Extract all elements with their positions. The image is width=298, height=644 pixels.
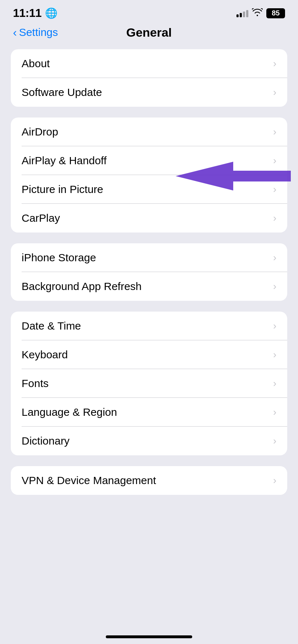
settings-card-3: iPhone Storage › Background App Refresh …	[11, 243, 287, 301]
date-time-chevron-icon: ›	[273, 320, 276, 332]
dictionary-chevron-icon: ›	[273, 435, 276, 447]
settings-row-dictionary[interactable]: Dictionary ›	[11, 427, 287, 455]
airdrop-chevron-icon: ›	[273, 126, 276, 138]
signal-bars-icon	[236, 9, 248, 17]
settings-card-4: Date & Time › Keyboard › Fonts › Languag…	[11, 312, 287, 455]
globe-icon: 🌐	[45, 7, 58, 19]
about-chevron-icon: ›	[273, 58, 276, 69]
language-region-label: Language & Region	[22, 406, 117, 418]
settings-row-language-region[interactable]: Language & Region ›	[11, 398, 287, 427]
settings-card-5: VPN & Device Management ›	[11, 466, 287, 495]
settings-group-3: iPhone Storage › Background App Refresh …	[11, 243, 287, 301]
software-update-label: Software Update	[22, 86, 102, 98]
carplay-label: CarPlay	[22, 212, 60, 224]
vpn-device-management-chevron-icon: ›	[273, 475, 276, 486]
back-label[interactable]: Settings	[19, 26, 58, 38]
background-app-refresh-chevron-icon: ›	[273, 281, 276, 292]
settings-card-2: AirDrop › AirPlay & Handoff › Picture in…	[11, 118, 287, 233]
status-icons: 85	[236, 8, 285, 18]
picture-in-picture-label: Picture in Picture	[22, 183, 103, 196]
back-chevron-icon: ‹	[13, 27, 17, 38]
page-title: General	[126, 26, 172, 40]
wifi-icon	[252, 8, 263, 18]
settings-group-1: About › Software Update ›	[11, 49, 287, 107]
iphone-storage-chevron-icon: ›	[273, 252, 276, 263]
settings-group-2: AirDrop › AirPlay & Handoff › Picture in…	[11, 118, 287, 233]
keyboard-label: Keyboard	[22, 349, 68, 361]
settings-row-airplay-handoff[interactable]: AirPlay & Handoff ›	[11, 146, 287, 175]
date-time-label: Date & Time	[22, 320, 81, 332]
language-region-chevron-icon: ›	[273, 406, 276, 418]
settings-row-vpn-device-management[interactable]: VPN & Device Management ›	[11, 466, 287, 495]
settings-card-1: About › Software Update ›	[11, 49, 287, 107]
settings-row-carplay[interactable]: CarPlay ›	[11, 204, 287, 233]
settings-row-airdrop[interactable]: AirDrop ›	[11, 118, 287, 146]
background-app-refresh-label: Background App Refresh	[22, 280, 142, 293]
carplay-chevron-icon: ›	[273, 212, 276, 224]
settings-row-background-app-refresh[interactable]: Background App Refresh ›	[11, 272, 287, 301]
settings-content: About › Software Update › AirDrop › AirP…	[0, 46, 298, 495]
settings-row-about[interactable]: About ›	[11, 49, 287, 78]
airdrop-label: AirDrop	[22, 126, 58, 138]
status-time: 11:11	[13, 6, 41, 20]
fonts-chevron-icon: ›	[273, 378, 276, 389]
settings-row-software-update[interactable]: Software Update ›	[11, 78, 287, 107]
keyboard-chevron-icon: ›	[273, 349, 276, 360]
nav-bar: ‹ Settings General	[0, 23, 298, 46]
fonts-label: Fonts	[22, 377, 49, 390]
settings-row-date-time[interactable]: Date & Time ›	[11, 312, 287, 340]
about-label: About	[22, 58, 50, 70]
software-update-chevron-icon: ›	[273, 87, 276, 98]
airplay-handoff-label: AirPlay & Handoff	[22, 155, 107, 167]
airplay-handoff-chevron-icon: ›	[273, 155, 276, 166]
settings-row-fonts[interactable]: Fonts ›	[11, 369, 287, 398]
vpn-device-management-label: VPN & Device Management	[22, 474, 156, 487]
settings-group-4: Date & Time › Keyboard › Fonts › Languag…	[11, 312, 287, 455]
dictionary-label: Dictionary	[22, 435, 69, 447]
settings-row-keyboard[interactable]: Keyboard ›	[11, 340, 287, 369]
battery-indicator: 85	[266, 8, 285, 18]
settings-row-picture-in-picture[interactable]: Picture in Picture ›	[11, 175, 287, 204]
picture-in-picture-chevron-icon: ›	[273, 184, 276, 195]
iphone-storage-label: iPhone Storage	[22, 252, 96, 264]
home-indicator	[106, 635, 192, 638]
settings-group-5: VPN & Device Management ›	[11, 466, 287, 495]
settings-row-iphone-storage[interactable]: iPhone Storage ›	[11, 243, 287, 272]
back-button[interactable]: ‹ Settings	[13, 26, 58, 38]
status-bar: 11:11 🌐 85	[0, 0, 298, 23]
